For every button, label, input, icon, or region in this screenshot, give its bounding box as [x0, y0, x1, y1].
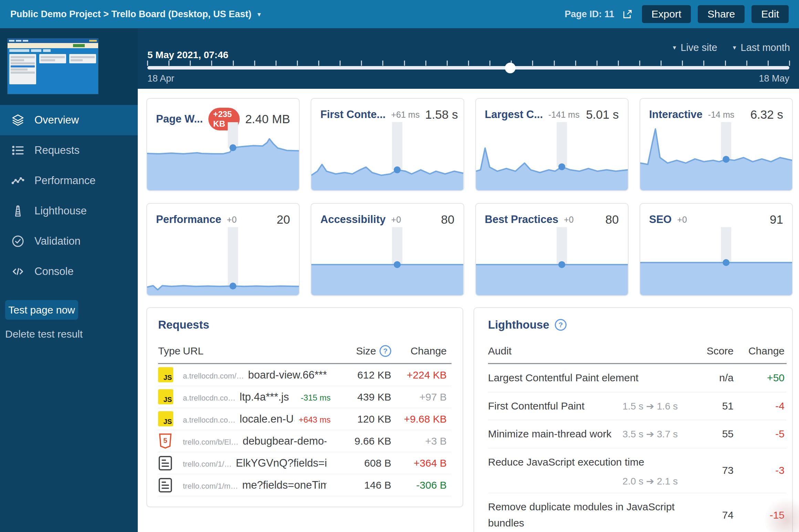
metric-value: 80: [441, 213, 455, 226]
thumbnail-board-lists: [8, 52, 98, 84]
metric-change: +0: [391, 215, 401, 225]
html-file-icon: 5: [158, 433, 174, 449]
column-size: Size: [356, 345, 376, 357]
metric-card-interactive[interactable]: Interactive -14 ms 6.32 s: [640, 98, 793, 191]
metric-card-seo-score[interactable]: SEO +0 91: [640, 203, 793, 296]
audit-name: First Contentful Paint: [488, 398, 584, 414]
table-row[interactable]: Minimize main-thread work3.5 s ➔ 3.7 s 5…: [488, 420, 787, 448]
metric-card-page-weight[interactable]: Page W... +235 KB 2.40 MB: [146, 98, 300, 191]
request-domain: trello.com/b/El…: [183, 438, 238, 447]
audit-score: 73: [694, 465, 742, 476]
table-row[interactable]: trello.com/1/m…me?fields=oneTimeM… 146 B…: [158, 474, 452, 496]
metric-card-performance-score[interactable]: Performance +0 20: [146, 203, 300, 296]
js-file-icon: JS: [158, 389, 174, 405]
metric-value: 1.58 s: [425, 108, 458, 121]
sparkline-chart: [640, 227, 792, 295]
audit-detail: 1.5 s ➔ 1.6 s: [623, 401, 694, 412]
sparkline-chart: [476, 227, 628, 295]
external-link-icon[interactable]: [622, 9, 633, 20]
metric-title: SEO: [649, 213, 672, 226]
sparkline-chart: [311, 122, 463, 190]
date-range-dropdown[interactable]: ▼ Last month: [732, 42, 790, 53]
request-file: me?fields=oneTimeM…: [242, 479, 326, 491]
request-size: 9.66 KB: [340, 435, 391, 447]
lighthouse-icon: [11, 204, 25, 218]
request-file: debugbear-demo-boa…: [242, 435, 326, 447]
live-site-label: Live site: [681, 42, 717, 53]
request-file: ElkYGVnQ?fields=id,id…: [236, 457, 326, 469]
request-domain: a.trellocdn.co…: [183, 416, 236, 425]
metric-card-best-practices-score[interactable]: Best Practices +0 80: [475, 203, 629, 296]
table-row[interactable]: JS a.trellocdn.com/…board-view.66***.js …: [158, 364, 452, 386]
metric-card-largest-contentful-paint[interactable]: Largest C... -141 ms 5.01 s: [475, 98, 629, 191]
sidebar-item-requests[interactable]: Requests: [0, 135, 138, 166]
audit-score: 74: [694, 509, 742, 521]
sidebar-item-label: Overview: [34, 114, 79, 126]
metric-value: 6.32 s: [750, 108, 783, 121]
request-timing: -315 ms: [301, 393, 340, 403]
timeline-slider-handle[interactable]: [505, 63, 516, 73]
sidebar-header: [0, 28, 138, 105]
main-content: Page W... +235 KB 2.40 MB First Conte...…: [138, 89, 799, 532]
selected-date-label: 5 May 2021, 07:46: [147, 50, 228, 61]
sidebar-item-overview[interactable]: Overview: [0, 105, 138, 135]
lighthouse-title: Lighthouse: [488, 318, 549, 331]
sparkline-chart: [640, 122, 792, 190]
help-icon[interactable]: ?: [380, 345, 391, 357]
request-change: +9.68 KB: [391, 413, 452, 425]
metric-title: Accessibility: [320, 213, 386, 226]
sidebar-item-label: Requests: [34, 144, 80, 157]
column-url: URL: [183, 345, 340, 357]
metric-card-accessibility-score[interactable]: Accessibility +0 80: [311, 203, 464, 296]
top-bar: Public Demo Project > Trello Board (Desk…: [0, 0, 799, 28]
metric-value: 80: [605, 213, 619, 226]
sidebar-item-performance[interactable]: Performance: [0, 166, 138, 196]
sidebar-item-validation[interactable]: Validation: [0, 226, 138, 256]
sparkline-chart: [311, 227, 463, 295]
metric-title: Best Practices: [485, 213, 559, 226]
sidebar-item-console[interactable]: Console: [0, 256, 138, 287]
table-row[interactable]: 5 trello.com/b/El…debugbear-demo-boa… 9.…: [158, 430, 452, 452]
request-change: +3 B: [391, 435, 452, 447]
metric-title: Interactive: [649, 108, 703, 121]
metric-card-first-contentful-paint[interactable]: First Conte... +61 ms 1.58 s: [311, 98, 464, 191]
audit-change: -5: [742, 428, 787, 440]
lighthouse-panel: Lighthouse ? Audit Score Change Largest …: [474, 307, 793, 532]
breadcrumb[interactable]: Public Demo Project > Trello Board (Desk…: [10, 9, 262, 20]
requests-panel: Requests Type URL Size ? Change JS a.tre…: [146, 307, 463, 507]
table-row[interactable]: Largest Contentful Paint element n/a +50: [488, 364, 787, 392]
request-size: 608 B: [340, 457, 391, 469]
export-button[interactable]: Export: [642, 5, 691, 23]
column-score: Score: [694, 345, 742, 357]
thumbnail-board-header: [8, 48, 98, 52]
check-circle-icon: [11, 234, 25, 248]
audit-score: 55: [694, 428, 742, 440]
edit-button[interactable]: Edit: [751, 5, 789, 23]
live-site-dropdown[interactable]: ▼ Live site: [672, 42, 717, 53]
table-row[interactable]: JS a.trellocdn.co…ltp.4a***.js-315 ms 43…: [158, 386, 452, 408]
table-row[interactable]: JS a.trellocdn.co…locale.en-US.a0…+643 m…: [158, 408, 452, 430]
delete-test-result-link[interactable]: Delete test result: [5, 328, 83, 340]
table-row[interactable]: First Contentful Paint1.5 s ➔ 1.6 s 51 -…: [488, 392, 787, 421]
request-size: 146 B: [340, 479, 391, 491]
doc-file-icon: [158, 455, 174, 471]
table-row[interactable]: Remove duplicate modules in JavaScript b…: [488, 493, 787, 532]
page-screenshot-thumbnail[interactable]: [8, 39, 98, 94]
share-button[interactable]: Share: [698, 5, 745, 23]
sidebar-item-label: Console: [34, 265, 74, 278]
test-page-now-button[interactable]: Test page now: [5, 300, 78, 320]
sidebar: Overview Requests Performance Lighthouse…: [0, 28, 138, 532]
request-timing: +643 ms: [299, 415, 340, 425]
table-row[interactable]: Reduce JavaScript execution time2.0 s ➔ …: [488, 448, 787, 493]
table-row[interactable]: trello.com/1/…ElkYGVnQ?fields=id,id… 608…: [158, 452, 452, 474]
metric-change: +0: [564, 215, 574, 225]
timeline-slider-track[interactable]: [147, 66, 789, 70]
requests-title: Requests: [158, 318, 209, 331]
sidebar-item-lighthouse[interactable]: Lighthouse: [0, 196, 138, 226]
metric-title: Largest C...: [485, 108, 543, 121]
svg-text:5: 5: [163, 436, 167, 444]
help-icon[interactable]: ?: [555, 319, 567, 331]
page-id-label: Page ID: 11: [564, 9, 614, 20]
request-change: +224 KB: [391, 369, 452, 381]
js-file-icon: JS: [158, 367, 174, 383]
